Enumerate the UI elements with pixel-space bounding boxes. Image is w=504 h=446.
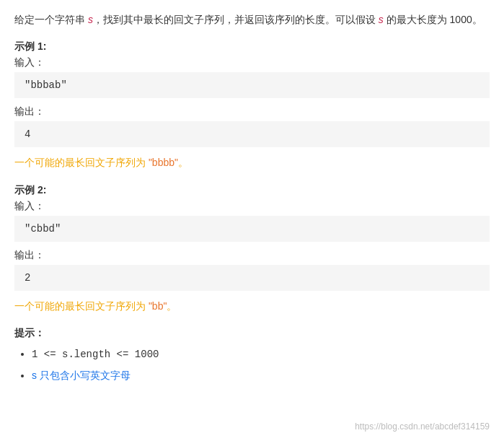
example2-input-value: "cbbd" <box>14 216 490 242</box>
var-s2: s <box>379 14 384 25</box>
example1-output-label: 输出： <box>14 105 490 118</box>
example-1-block: 示例 1: 输入： "bbbab" 输出： 4 一个可能的最长回文子序列为 "b… <box>14 40 490 170</box>
example2-input-label: 输入： <box>14 200 490 213</box>
example2-output-label: 输出： <box>14 249 490 262</box>
hint-item-1-text: 1 <= s.length <= 1000 <box>32 349 159 360</box>
max-length: 1000 <box>450 14 472 25</box>
example2-output-value: 2 <box>14 265 490 291</box>
var-s: s <box>88 14 93 25</box>
example2-note: 一个可能的最长回文子序列为 "bb"。 <box>14 298 490 314</box>
hint-section: 提示： 1 <= s.length <= 1000 s 只包含小写英文字母 <box>14 327 490 383</box>
example1-note: 一个可能的最长回文子序列为 "bbbb"。 <box>14 154 490 170</box>
example1-input-value: "bbbab" <box>14 72 490 98</box>
hint-list: 1 <= s.length <= 1000 s 只包含小写英文字母 <box>14 346 490 383</box>
example1-quoted: "bbbb" <box>149 157 178 168</box>
watermark: https://blog.csdn.net/abcdef314159 <box>355 421 490 432</box>
example2-title: 示例 2: <box>14 184 490 197</box>
example1-title: 示例 1: <box>14 40 490 53</box>
example-2-block: 示例 2: 输入： "cbbd" 输出： 2 一个可能的最长回文子序列为 "bb… <box>14 184 490 314</box>
hint-title: 提示： <box>14 327 490 340</box>
example1-output-value: 4 <box>14 121 490 147</box>
hint-item-1: 1 <= s.length <= 1000 <box>32 346 490 362</box>
example2-quoted: "bb" <box>149 300 167 312</box>
hint-item-2-text: s 只包含小写英文字母 <box>32 370 131 381</box>
problem-description: 给定一个字符串 s，找到其中最长的回文子序列，并返回该序列的长度。可以假设 s … <box>14 12 490 27</box>
example1-input-label: 输入： <box>14 56 490 69</box>
hint-item-2: s 只包含小写英文字母 <box>32 367 490 383</box>
